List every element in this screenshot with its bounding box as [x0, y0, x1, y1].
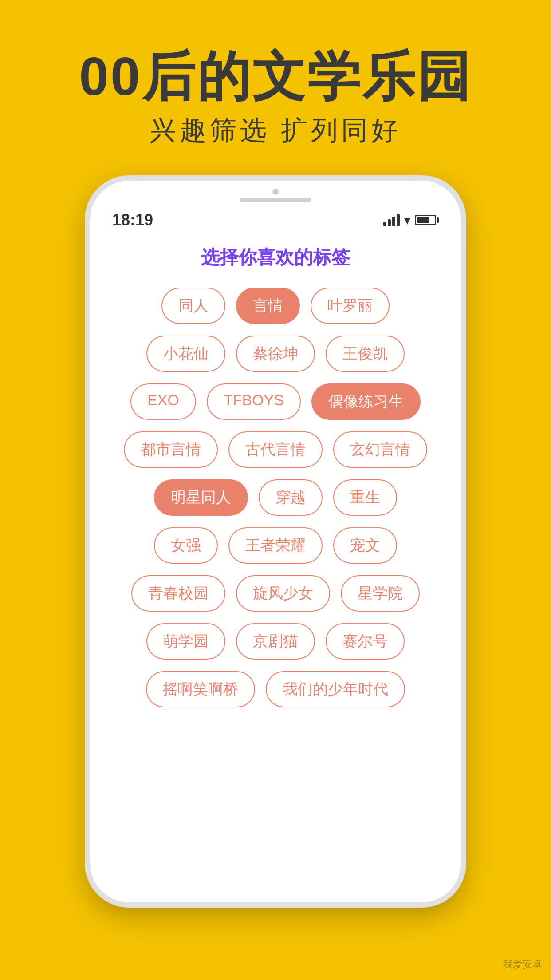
tag-6-1[interactable]: 旋风少女 [236, 575, 330, 612]
tags-row-2: EXOTFBOYS偶像练习生 [130, 383, 421, 420]
tags-row-5: 女强王者荣耀宠文 [154, 527, 397, 564]
tag-2-2[interactable]: 偶像练习生 [311, 383, 421, 420]
battery-tip [437, 217, 439, 223]
tag-4-0[interactable]: 明星同人 [154, 479, 248, 516]
tag-1-0[interactable]: 小花仙 [146, 336, 225, 372]
tags-row-7: 萌学园京剧猫赛尔号 [146, 623, 405, 660]
phone-speaker [240, 198, 311, 202]
tag-0-0[interactable]: 同人 [161, 288, 225, 324]
battery-icon [415, 215, 439, 225]
tag-7-0[interactable]: 萌学园 [146, 623, 225, 660]
wifi-icon: ▾ [404, 213, 410, 228]
tags-row-0: 同人言情叶罗丽 [161, 288, 390, 324]
signal-bar-4 [397, 214, 400, 226]
tags-container: 同人言情叶罗丽小花仙蔡徐坤王俊凯EXOTFBOYS偶像练习生都市言情古代言情玄幻… [108, 288, 443, 707]
battery-body [415, 215, 436, 225]
header-area: 00后的文学乐园 兴趣筛选 扩列同好 [0, 0, 551, 175]
tag-5-1[interactable]: 王者荣耀 [228, 527, 323, 564]
status-time: 18:19 [112, 211, 153, 229]
tag-5-2[interactable]: 宠文 [333, 527, 397, 564]
tag-1-2[interactable]: 王俊凯 [326, 336, 405, 372]
tag-3-0[interactable]: 都市言情 [124, 431, 218, 468]
tag-5-0[interactable]: 女强 [154, 527, 218, 564]
tag-6-2[interactable]: 星学院 [341, 575, 420, 612]
status-icons: ▾ [383, 213, 439, 228]
tag-8-1[interactable]: 我们的少年时代 [266, 671, 405, 707]
phone-content: 选择你喜欢的标签 同人言情叶罗丽小花仙蔡徐坤王俊凯EXOTFBOYS偶像练习生都… [90, 232, 461, 902]
tags-row-6: 青春校园旋风少女星学院 [131, 575, 420, 612]
tags-row-3: 都市言情古代言情玄幻言情 [124, 431, 427, 468]
tags-row-8: 摇啊笑啊桥我们的少年时代 [146, 671, 405, 707]
tag-2-1[interactable]: TFBOYS [207, 383, 301, 420]
tag-0-2[interactable]: 叶罗丽 [311, 288, 390, 324]
sub-title: 兴趣筛选 扩列同好 [150, 113, 402, 149]
page-title: 选择你喜欢的标签 [201, 245, 350, 270]
battery-fill [417, 217, 429, 223]
phone-top-decoration [90, 181, 461, 206]
tag-3-2[interactable]: 玄幻言情 [333, 431, 427, 468]
status-bar: 18:19 ▾ [90, 206, 461, 232]
watermark: 我爱安卓 [503, 958, 542, 971]
tag-4-1[interactable]: 穿越 [259, 479, 323, 516]
signal-bar-1 [383, 222, 386, 226]
phone-mockup: 18:19 ▾ 选择你喜欢的标签 同人言情叶罗丽小花仙蔡徐坤王俊凯EXOTFBO… [85, 175, 466, 908]
tag-7-2[interactable]: 赛尔号 [326, 623, 405, 660]
main-title: 00后的文学乐园 [79, 44, 472, 108]
tags-row-4: 明星同人穿越重生 [154, 479, 397, 516]
phone-camera [272, 189, 279, 195]
tag-8-0[interactable]: 摇啊笑啊桥 [146, 671, 255, 707]
signal-bar-2 [388, 219, 391, 226]
tag-2-0[interactable]: EXO [130, 383, 196, 420]
tag-3-1[interactable]: 古代言情 [228, 431, 323, 468]
tag-4-2[interactable]: 重生 [333, 479, 397, 516]
tag-7-1[interactable]: 京剧猫 [236, 623, 315, 660]
tag-1-1[interactable]: 蔡徐坤 [236, 336, 315, 372]
signal-icon [383, 214, 400, 226]
signal-bar-3 [392, 217, 395, 226]
tags-row-1: 小花仙蔡徐坤王俊凯 [146, 336, 405, 372]
tag-6-0[interactable]: 青春校园 [131, 575, 225, 612]
tag-0-1[interactable]: 言情 [236, 288, 300, 324]
